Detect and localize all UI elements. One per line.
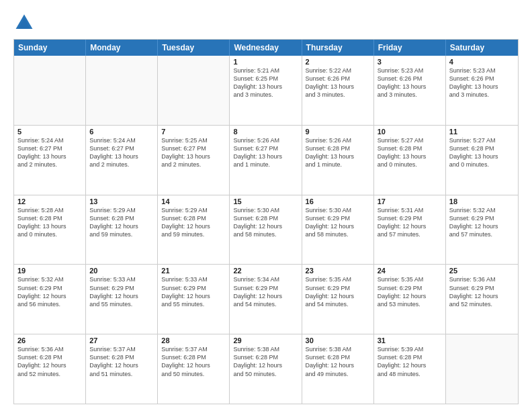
day-info: Sunrise: 5:39 AM Sunset: 6:28 PM Dayligh… bbox=[378, 345, 442, 378]
day-header-sunday: Sunday bbox=[14, 40, 86, 56]
day-number: 29 bbox=[233, 336, 298, 345]
day-cell: 28Sunrise: 5:37 AM Sunset: 6:28 PM Dayli… bbox=[158, 334, 230, 404]
day-info: Sunrise: 5:32 AM Sunset: 6:29 PM Dayligh… bbox=[17, 275, 82, 308]
day-info: Sunrise: 5:35 AM Sunset: 6:29 PM Dayligh… bbox=[378, 275, 442, 308]
day-cell: 10Sunrise: 5:27 AM Sunset: 6:28 PM Dayli… bbox=[374, 126, 446, 195]
day-header-thursday: Thursday bbox=[302, 40, 374, 56]
day-info: Sunrise: 5:29 AM Sunset: 6:28 PM Dayligh… bbox=[161, 206, 226, 239]
day-cell: 14Sunrise: 5:29 AM Sunset: 6:28 PM Dayli… bbox=[158, 195, 230, 265]
day-number: 3 bbox=[378, 58, 442, 66]
day-cell: 22Sunrise: 5:34 AM Sunset: 6:29 PM Dayli… bbox=[230, 265, 302, 334]
day-number: 21 bbox=[161, 267, 226, 275]
day-number: 26 bbox=[17, 336, 82, 345]
day-cell: 12Sunrise: 5:28 AM Sunset: 6:28 PM Dayli… bbox=[14, 195, 86, 265]
day-number: 28 bbox=[161, 336, 226, 345]
day-info: Sunrise: 5:30 AM Sunset: 6:28 PM Dayligh… bbox=[233, 206, 298, 239]
day-info: Sunrise: 5:25 AM Sunset: 6:27 PM Dayligh… bbox=[161, 136, 226, 169]
day-cell: 1Sunrise: 5:21 AM Sunset: 6:25 PM Daylig… bbox=[230, 56, 302, 125]
day-info: Sunrise: 5:24 AM Sunset: 6:27 PM Dayligh… bbox=[89, 136, 154, 169]
day-number: 15 bbox=[233, 197, 298, 205]
day-number: 13 bbox=[89, 197, 154, 205]
day-number: 1 bbox=[233, 58, 298, 66]
day-info: Sunrise: 5:38 AM Sunset: 6:28 PM Dayligh… bbox=[233, 345, 298, 378]
day-cell bbox=[446, 334, 518, 404]
day-cell: 4Sunrise: 5:23 AM Sunset: 6:26 PM Daylig… bbox=[446, 56, 518, 125]
day-header-saturday: Saturday bbox=[446, 40, 518, 56]
day-info: Sunrise: 5:38 AM Sunset: 6:28 PM Dayligh… bbox=[306, 345, 370, 378]
day-number: 19 bbox=[17, 267, 82, 275]
day-number: 27 bbox=[89, 336, 154, 345]
day-header-tuesday: Tuesday bbox=[158, 40, 230, 56]
day-info: Sunrise: 5:33 AM Sunset: 6:29 PM Dayligh… bbox=[161, 275, 226, 308]
day-cell: 24Sunrise: 5:35 AM Sunset: 6:29 PM Dayli… bbox=[374, 265, 446, 334]
day-info: Sunrise: 5:35 AM Sunset: 6:29 PM Dayligh… bbox=[306, 275, 370, 308]
day-number: 24 bbox=[378, 267, 442, 275]
day-info: Sunrise: 5:30 AM Sunset: 6:29 PM Dayligh… bbox=[306, 206, 370, 239]
day-info: Sunrise: 5:21 AM Sunset: 6:25 PM Dayligh… bbox=[233, 66, 298, 99]
day-info: Sunrise: 5:23 AM Sunset: 6:26 PM Dayligh… bbox=[449, 66, 515, 99]
day-cell: 26Sunrise: 5:36 AM Sunset: 6:28 PM Dayli… bbox=[14, 334, 86, 404]
day-info: Sunrise: 5:34 AM Sunset: 6:29 PM Dayligh… bbox=[233, 275, 298, 308]
day-info: Sunrise: 5:26 AM Sunset: 6:27 PM Dayligh… bbox=[233, 136, 298, 169]
week-row-5: 26Sunrise: 5:36 AM Sunset: 6:28 PM Dayli… bbox=[14, 334, 518, 404]
day-cell: 11Sunrise: 5:27 AM Sunset: 6:28 PM Dayli… bbox=[446, 126, 518, 195]
day-number: 10 bbox=[378, 128, 442, 136]
day-number: 18 bbox=[449, 197, 515, 205]
day-cell: 3Sunrise: 5:23 AM Sunset: 6:26 PM Daylig… bbox=[374, 56, 446, 125]
logo-icon bbox=[13, 12, 35, 34]
day-info: Sunrise: 5:32 AM Sunset: 6:29 PM Dayligh… bbox=[449, 206, 515, 239]
day-cell: 30Sunrise: 5:38 AM Sunset: 6:28 PM Dayli… bbox=[302, 334, 374, 404]
logo bbox=[13, 12, 38, 34]
day-number: 6 bbox=[89, 128, 154, 136]
day-cell: 25Sunrise: 5:36 AM Sunset: 6:29 PM Dayli… bbox=[446, 265, 518, 334]
day-info: Sunrise: 5:31 AM Sunset: 6:29 PM Dayligh… bbox=[378, 206, 442, 239]
day-cell: 21Sunrise: 5:33 AM Sunset: 6:29 PM Dayli… bbox=[158, 265, 230, 334]
day-number: 31 bbox=[378, 336, 442, 345]
day-info: Sunrise: 5:28 AM Sunset: 6:28 PM Dayligh… bbox=[17, 206, 82, 239]
day-cell: 5Sunrise: 5:24 AM Sunset: 6:27 PM Daylig… bbox=[14, 126, 86, 195]
day-number: 7 bbox=[161, 128, 226, 136]
day-cell: 27Sunrise: 5:37 AM Sunset: 6:28 PM Dayli… bbox=[86, 334, 158, 404]
day-info: Sunrise: 5:27 AM Sunset: 6:28 PM Dayligh… bbox=[378, 136, 442, 169]
day-info: Sunrise: 5:22 AM Sunset: 6:26 PM Dayligh… bbox=[306, 66, 370, 99]
day-number: 22 bbox=[233, 267, 298, 275]
day-cell: 2Sunrise: 5:22 AM Sunset: 6:26 PM Daylig… bbox=[302, 56, 374, 125]
day-number: 30 bbox=[306, 336, 370, 345]
day-info: Sunrise: 5:33 AM Sunset: 6:29 PM Dayligh… bbox=[89, 275, 154, 308]
day-info: Sunrise: 5:24 AM Sunset: 6:27 PM Dayligh… bbox=[17, 136, 82, 169]
day-number: 11 bbox=[449, 128, 515, 136]
day-cell: 31Sunrise: 5:39 AM Sunset: 6:28 PM Dayli… bbox=[374, 334, 446, 404]
day-cell: 16Sunrise: 5:30 AM Sunset: 6:29 PM Dayli… bbox=[302, 195, 374, 265]
day-number: 25 bbox=[449, 267, 515, 275]
day-cell bbox=[86, 56, 158, 125]
day-headers: SundayMondayTuesdayWednesdayThursdayFrid… bbox=[14, 40, 518, 56]
day-cell: 23Sunrise: 5:35 AM Sunset: 6:29 PM Dayli… bbox=[302, 265, 374, 334]
day-cell: 13Sunrise: 5:29 AM Sunset: 6:28 PM Dayli… bbox=[86, 195, 158, 265]
day-info: Sunrise: 5:26 AM Sunset: 6:28 PM Dayligh… bbox=[306, 136, 370, 169]
day-number: 4 bbox=[449, 58, 515, 66]
day-info: Sunrise: 5:29 AM Sunset: 6:28 PM Dayligh… bbox=[89, 206, 154, 239]
day-number: 14 bbox=[161, 197, 226, 205]
day-number: 5 bbox=[17, 128, 82, 136]
day-header-wednesday: Wednesday bbox=[230, 40, 302, 56]
day-info: Sunrise: 5:23 AM Sunset: 6:26 PM Dayligh… bbox=[378, 66, 442, 99]
day-number: 20 bbox=[89, 267, 154, 275]
day-info: Sunrise: 5:27 AM Sunset: 6:28 PM Dayligh… bbox=[449, 136, 515, 169]
day-number: 16 bbox=[306, 197, 370, 205]
day-number: 17 bbox=[378, 197, 442, 205]
day-cell: 15Sunrise: 5:30 AM Sunset: 6:28 PM Dayli… bbox=[230, 195, 302, 265]
day-cell: 17Sunrise: 5:31 AM Sunset: 6:29 PM Dayli… bbox=[374, 195, 446, 265]
calendar: SundayMondayTuesdayWednesdayThursdayFrid… bbox=[13, 39, 519, 404]
week-row-3: 12Sunrise: 5:28 AM Sunset: 6:28 PM Dayli… bbox=[14, 195, 518, 265]
day-number: 9 bbox=[306, 128, 370, 136]
day-number: 2 bbox=[306, 58, 370, 66]
day-cell: 9Sunrise: 5:26 AM Sunset: 6:28 PM Daylig… bbox=[302, 126, 374, 195]
week-row-4: 19Sunrise: 5:32 AM Sunset: 6:29 PM Dayli… bbox=[14, 264, 518, 334]
day-cell: 7Sunrise: 5:25 AM Sunset: 6:27 PM Daylig… bbox=[158, 126, 230, 195]
day-info: Sunrise: 5:36 AM Sunset: 6:28 PM Dayligh… bbox=[17, 345, 82, 378]
weeks: 1Sunrise: 5:21 AM Sunset: 6:25 PM Daylig… bbox=[14, 56, 518, 404]
day-info: Sunrise: 5:37 AM Sunset: 6:28 PM Dayligh… bbox=[161, 345, 226, 378]
day-cell: 6Sunrise: 5:24 AM Sunset: 6:27 PM Daylig… bbox=[86, 126, 158, 195]
day-cell bbox=[14, 56, 86, 125]
week-row-1: 1Sunrise: 5:21 AM Sunset: 6:25 PM Daylig… bbox=[14, 56, 518, 125]
